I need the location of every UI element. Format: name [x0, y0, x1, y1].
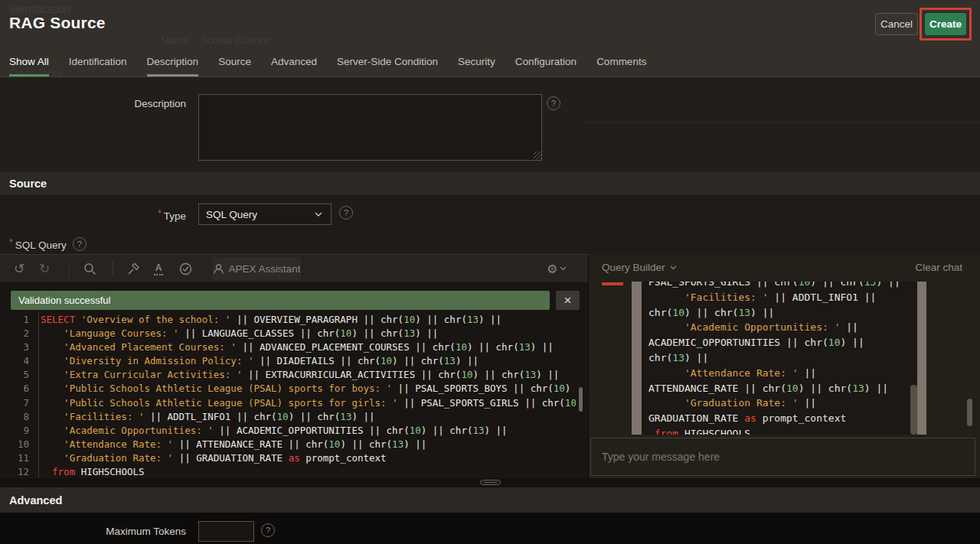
advanced-fields-region: Maximum Tokens ?: [0, 513, 980, 544]
search-icon[interactable]: [79, 258, 100, 279]
assistant-code-line: chr(10) || chr(13) ||: [648, 305, 917, 321]
clear-chat-button[interactable]: Clear chat: [915, 262, 962, 273]
toolbar-divider: [113, 261, 113, 276]
dialog-tabbar: Description Show AllIdentificationDescri…: [0, 47, 980, 77]
line-number: 2: [0, 327, 34, 340]
chat-message-area: PSAL_SPORTS_GIRLS || chr(10) || chr(13) …: [590, 282, 980, 435]
tab-configuration[interactable]: Configuration: [515, 47, 577, 77]
line-number: 8: [0, 410, 34, 424]
gutter-divider: [38, 313, 39, 480]
code-block-left-border: [632, 282, 642, 435]
assistant-code-line: GRADUATION_RATE as prompt_context: [648, 411, 917, 426]
toolbar-divider: [69, 261, 70, 276]
code-block-scrollbar-thumb[interactable]: [910, 385, 917, 435]
assistant-panel: Query Builder Clear chat PSAL_SPORTS_GIR…: [588, 254, 980, 478]
editor-toolbar: ↺ ↻ A APEX Assistant ⚙: [0, 255, 588, 282]
code-line: SELECT 'Overview of the school: ' || OVE…: [41, 313, 576, 327]
help-icon[interactable]: ?: [547, 96, 560, 110]
code-line: 'Facilities: ' || ADDTL_INFO1 || chr(10)…: [41, 410, 576, 424]
type-select[interactable]: SQL Query: [198, 204, 332, 225]
tabs: Show AllIdentificationDescriptionSourceA…: [9, 47, 646, 77]
ghost-name-value: School Context: [201, 34, 271, 46]
assistant-code-line: PSAL_SPORTS_GIRLS || chr(10) || chr(13) …: [648, 282, 917, 290]
required-asterisk: *: [9, 237, 13, 248]
sql-query-label: *SQL Query: [9, 237, 67, 251]
code-line: 'Diversity in Admission Policy: ' || DIA…: [41, 354, 576, 368]
editor-scrollbar-thumb[interactable]: [579, 387, 583, 412]
tab-source[interactable]: Source: [218, 47, 251, 77]
chevron-down-icon: [315, 210, 322, 218]
description-label: Description: [0, 98, 186, 109]
validate-icon[interactable]: [175, 258, 196, 279]
create-button[interactable]: Create: [925, 13, 966, 35]
tab-advanced[interactable]: Advanced: [271, 47, 317, 77]
help-icon[interactable]: ?: [339, 206, 353, 220]
source-section-header: Source: [0, 172, 980, 195]
code-line: 'Public Schools Athletic League (PSAL) s…: [41, 396, 576, 410]
query-builder-menu[interactable]: Query Builder: [602, 262, 677, 273]
line-number: 1: [0, 313, 34, 327]
line-number: 9: [0, 424, 34, 438]
assistant-code-text: PSAL_SPORTS_GIRLS || chr(10) || chr(13) …: [642, 282, 917, 435]
ghost-name-label: Name: [161, 34, 188, 46]
page-title: RAG Source: [9, 14, 106, 32]
apex-assistant-button[interactable]: APEX Assistant: [212, 257, 301, 280]
help-icon[interactable]: ?: [261, 523, 275, 537]
ghost-divider: [583, 121, 980, 124]
tab-security[interactable]: Security: [458, 47, 495, 77]
tab-comments[interactable]: Comments: [596, 47, 646, 77]
assistant-code-line: 'Academic Opportunities: ' ||: [648, 320, 917, 335]
chat-input-box: [590, 438, 975, 476]
resize-handle-icon[interactable]: [534, 151, 541, 159]
type-label: *Type: [0, 208, 186, 222]
assistant-code-line: ACADEMIC_OPPORTUNITIES || chr(10) ||: [648, 335, 917, 350]
line-number: 12: [0, 465, 34, 479]
advanced-section-title: Advanced: [9, 494, 62, 507]
editor-settings[interactable]: ⚙: [547, 258, 573, 279]
code-line: 'Language Courses: ' || LANGUAGE_CLASSES…: [41, 327, 576, 340]
assistant-code-line: 'Graduation Rate: ' ||: [648, 396, 917, 411]
code-line: from HIGHSCHOOLS: [41, 465, 576, 479]
assistant-code-block: PSAL_SPORTS_GIRLS || chr(10) || chr(13) …: [642, 282, 917, 435]
code-line: 'Graduation Rate: ' || GRADUATION_RATE a…: [41, 451, 576, 465]
chevron-down-icon: [560, 266, 567, 271]
auto-format-icon[interactable]: [122, 258, 144, 279]
code-line: 'Extra Curricular Activities: ' || EXTRA…: [41, 368, 576, 382]
close-icon[interactable]: ×: [556, 291, 580, 310]
source-section-title: Source: [9, 178, 47, 190]
code-block-scrollbar-track[interactable]: [917, 282, 926, 435]
chevron-down-icon: [670, 265, 677, 270]
line-number-gutter: 123456789101112: [0, 313, 34, 479]
splitter-bar: [0, 478, 980, 487]
max-tokens-input[interactable]: [198, 521, 254, 542]
max-tokens-label: Maximum Tokens: [0, 526, 186, 537]
line-number: 4: [0, 354, 34, 368]
advanced-section-header: Advanced: [0, 487, 980, 513]
tab-show-all[interactable]: Show All: [9, 47, 49, 77]
redo-icon[interactable]: ↻: [34, 258, 55, 279]
undo-icon[interactable]: ↺: [8, 258, 30, 279]
gear-icon: ⚙: [547, 262, 557, 276]
description-textarea[interactable]: [198, 94, 542, 161]
line-number: 3: [0, 340, 34, 354]
cancel-button[interactable]: Cancel: [875, 13, 918, 35]
code-line: 'Attendance Rate: ' || ATTENDANCE_RATE |…: [41, 438, 576, 451]
sql-code-text[interactable]: SELECT 'Overview of the school: ' || OVE…: [41, 313, 576, 479]
line-number: 6: [0, 382, 34, 396]
source-fields-region: *Type SQL Query ? *SQL Query ?: [0, 195, 980, 254]
chat-message-input[interactable]: [591, 438, 975, 475]
help-icon[interactable]: ?: [73, 237, 87, 251]
tab-server-side-condition[interactable]: Server-Side Condition: [337, 47, 438, 77]
tab-identification[interactable]: Identification: [69, 47, 127, 77]
validation-success-banner: Validation successful: [11, 291, 550, 310]
assistant-code-line: 'Facilities: ' || ADDTL_INFO1 ||: [648, 290, 917, 305]
description-region: Description ?: [0, 77, 980, 172]
line-number: 10: [0, 438, 34, 451]
splitter-grip[interactable]: [480, 480, 501, 485]
tab-description[interactable]: Description: [147, 47, 199, 77]
panel-scrollbar-thumb[interactable]: [967, 399, 972, 426]
text-case-icon[interactable]: A: [148, 258, 169, 279]
sql-code-editor: ↺ ↻ A APEX Assistant ⚙: [0, 254, 588, 478]
assistant-code-line: chr(13) ||: [648, 350, 917, 366]
assistant-code-line: from HIGHSCHOOLS: [648, 426, 917, 435]
